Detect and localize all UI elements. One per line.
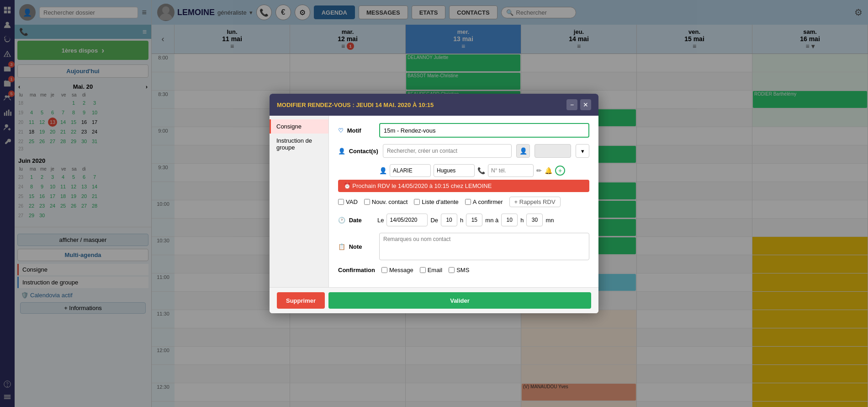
hour-end-input[interactable] [501, 214, 518, 226]
contact-check-button[interactable]: + [555, 166, 565, 176]
contact-label: 👤 Contact(s) [338, 148, 378, 155]
heart-icon: ♡ [338, 127, 344, 134]
contact-avatar-icon: 👤 [379, 167, 387, 174]
motif-row: ♡ Motif 15m - Rendez-vous [338, 123, 589, 138]
email-checkbox-item: Email [420, 267, 443, 273]
valider-button[interactable]: Valider [328, 292, 591, 309]
confirmation-row: Confirmation Message Email SMS [338, 267, 589, 273]
modal-subtitle: JEUDI 14 MAI. 2020 À 10:15 [356, 102, 434, 108]
modal-modifier-rdv: MODIFIER RENDEZ-VOUS : JEUDI 14 MAI. 202… [270, 94, 598, 313]
min-end-input[interactable] [526, 214, 543, 226]
contact-extra-area [535, 144, 571, 158]
modal-close-buttons: − ✕ [566, 99, 591, 110]
contact-lastname-input[interactable] [434, 164, 475, 177]
sms-label: SMS [456, 267, 469, 273]
vad-checkbox-item: VAD [338, 198, 358, 205]
contact-search-input[interactable] [383, 144, 512, 158]
email-label: Email [428, 267, 443, 273]
vad-checkbox[interactable] [338, 199, 344, 205]
note-row: 📋 Note [338, 233, 589, 260]
modal-sidebar: Consigne Instruction de groupe [270, 116, 329, 287]
a-confirmer-checkbox-item: A confirmer [465, 198, 503, 205]
modal-title: MODIFIER RENDEZ-VOUS : JEUDI 14 MAI. 202… [277, 102, 434, 108]
contact-person-row: 👤 📞 ✏ 🔔 + [379, 164, 589, 177]
confirmation-label: Confirmation [338, 267, 375, 273]
prochain-rdv-text: Prochain RDV le 14/05/2020 à 10:15 chez … [352, 182, 492, 189]
modal-sidebar-instruction[interactable]: Instruction de groupe [270, 134, 328, 155]
hour-start-input[interactable] [441, 214, 457, 226]
message-label: Message [389, 267, 413, 273]
supprimer-label: Supprimer [286, 297, 316, 304]
liste-attente-checkbox[interactable] [414, 199, 420, 205]
supprimer-button[interactable]: Supprimer [277, 292, 325, 309]
modal-form: ♡ Motif 15m - Rendez-vous 👤 Contact(s) 👤 [329, 116, 598, 287]
vad-label: VAD [346, 198, 358, 205]
sms-checkbox-item: SMS [449, 267, 469, 273]
prochain-rdv-banner: ⏰ Prochain RDV le 14/05/2020 à 10:15 che… [338, 180, 589, 192]
edit-icon[interactable]: ✏ [536, 167, 542, 174]
modal-body: Consigne Instruction de groupe ♡ Motif 1… [270, 116, 598, 287]
contact-row: 👤 Contact(s) 👤 ▾ [338, 144, 589, 158]
note-icon: 📋 [338, 243, 345, 250]
nouv-contact-checkbox-item: Nouv. contact [364, 198, 408, 205]
phone-contact-icon: 📞 [477, 167, 485, 174]
modal-sidebar-instruction-label: Instruction de groupe [276, 137, 312, 151]
modal-minimize-button[interactable]: − [566, 99, 577, 110]
add-contact-button[interactable]: 👤 [516, 144, 530, 158]
user-contact-icon: 👤 [338, 148, 345, 155]
bell-icon[interactable]: 🔔 [545, 167, 552, 174]
clock-icon-date: 🕐 [338, 217, 345, 224]
motif-select[interactable]: 15m - Rendez-vous [379, 123, 589, 138]
options-checkboxes: VAD Nouv. contact Liste d'attente A conf… [338, 197, 589, 207]
modal-footer: Supprimer Valider [270, 287, 598, 313]
min-start-input[interactable] [466, 214, 482, 226]
rappels-btn-label: + Rappels RDV [514, 198, 556, 205]
note-label: 📋 Note [338, 243, 375, 250]
modal-sidebar-consigne[interactable]: Consigne [270, 119, 328, 134]
email-checkbox[interactable] [420, 267, 426, 273]
liste-attente-label: Liste d'attente [422, 198, 459, 205]
modal-header: MODIFIER RENDEZ-VOUS : JEUDI 14 MAI. 202… [270, 94, 598, 116]
message-checkbox[interactable] [381, 267, 387, 273]
msg-checkbox-item: Message [381, 267, 413, 273]
rappels-rdv-button[interactable]: + Rappels RDV [509, 197, 561, 207]
nouv-contact-label: Nouv. contact [372, 198, 408, 205]
date-row: 🕐 Date Le De h mn à h mn [338, 214, 589, 226]
contact-firstname-input[interactable] [390, 164, 431, 177]
modal-overlay[interactable]: MODIFIER RENDEZ-VOUS : JEUDI 14 MAI. 202… [0, 0, 868, 407]
date-value-input[interactable] [386, 214, 428, 226]
contact-tel-input[interactable] [488, 164, 534, 177]
clock-icon: ⏰ [344, 182, 351, 189]
a-confirmer-label: A confirmer [473, 198, 503, 205]
modal-close-button[interactable]: ✕ [580, 99, 591, 110]
a-confirmer-checkbox[interactable] [465, 199, 471, 205]
sms-checkbox[interactable] [449, 267, 455, 273]
note-textarea[interactable] [379, 233, 589, 260]
liste-attente-checkbox-item: Liste d'attente [414, 198, 459, 205]
contact-chevron-button[interactable]: ▾ [576, 144, 589, 158]
valider-label: Valider [450, 297, 470, 304]
nouv-contact-checkbox[interactable] [364, 199, 370, 205]
motif-label: ♡ Motif [338, 127, 375, 134]
modal-sidebar-consigne-label: Consigne [276, 123, 302, 130]
date-label: 🕐 Date [338, 217, 375, 224]
